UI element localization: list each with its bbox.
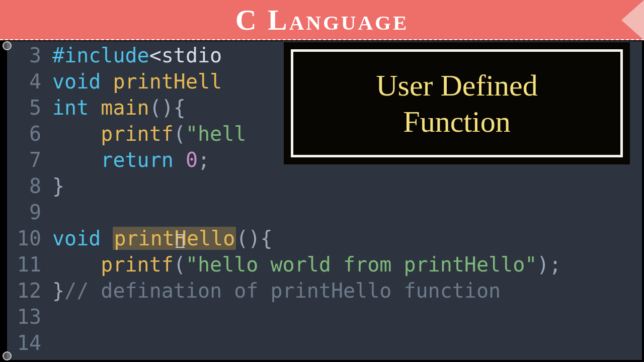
code-token: ; — [198, 148, 210, 171]
line-number: 12 — [7, 278, 52, 304]
code-content[interactable] — [52, 330, 642, 356]
code-token: printf — [101, 253, 174, 276]
line-number: 4 — [7, 68, 52, 95]
code-line[interactable]: 11 printf("hello world from printHello")… — [7, 251, 642, 278]
caption-line-1: User Defined — [376, 69, 538, 102]
caption-overlay: User Defined Function — [291, 49, 623, 157]
code-line[interactable]: 8} — [7, 173, 642, 199]
code-token: return — [101, 148, 174, 171]
code-token — [52, 122, 101, 145]
code-content[interactable]: }// defination of printHello function — [52, 278, 642, 304]
title-banner: C Language — [0, 0, 644, 40]
code-line[interactable]: 12}// defination of printHello function — [7, 278, 642, 304]
code-token: ( — [174, 253, 186, 276]
code-content[interactable]: } — [52, 173, 642, 199]
code-content[interactable] — [52, 304, 642, 330]
code-line[interactable]: 9 — [7, 199, 642, 225]
banner-title: C Language — [235, 3, 409, 37]
code-token: } — [52, 174, 64, 198]
code-token — [52, 148, 101, 171]
line-number: 13 — [7, 304, 52, 330]
svg-marker-0 — [621, 0, 644, 40]
resize-handle-top-left[interactable] — [3, 41, 12, 50]
code-line[interactable]: 14 — [7, 330, 642, 356]
code-token: "hello world from printHello" — [186, 253, 537, 276]
line-number: 7 — [7, 147, 52, 173]
line-number: 6 — [7, 121, 52, 147]
code-token: printf — [101, 122, 174, 145]
code-line[interactable]: 13 — [7, 304, 642, 330]
code-content[interactable] — [52, 199, 642, 225]
code-line[interactable]: 10void printHello(){ — [7, 225, 642, 251]
code-token: printHell — [113, 70, 222, 93]
line-number: 9 — [7, 199, 52, 225]
code-token: // defination of printHello function — [64, 279, 501, 302]
code-token: ); — [537, 253, 561, 276]
resize-handle-bottom-left[interactable] — [3, 351, 12, 360]
code-token: 0 — [186, 148, 198, 171]
code-token: } — [52, 279, 64, 302]
code-token — [52, 253, 101, 276]
line-number: 5 — [7, 95, 52, 121]
code-content[interactable]: printf("hello world from printHello"); — [52, 251, 642, 278]
code-token — [101, 227, 113, 250]
line-number: 8 — [7, 173, 52, 199]
line-number: 14 — [7, 330, 52, 356]
code-token — [101, 70, 113, 93]
code-token: <stdio — [149, 44, 222, 67]
code-token: main — [101, 96, 149, 119]
code-token: void — [52, 70, 101, 93]
code-token: int — [52, 96, 89, 119]
caption-line-2: Function — [403, 105, 510, 138]
code-token: printHello — [113, 227, 236, 250]
line-number: 11 — [7, 251, 52, 278]
line-number: 3 — [7, 42, 52, 68]
code-token: (){ — [236, 227, 272, 250]
code-token: #include — [52, 44, 149, 67]
banner-arrow-icon — [616, 0, 644, 40]
code-token: void — [52, 227, 101, 250]
code-token — [174, 148, 186, 171]
code-content[interactable]: void printHello(){ — [52, 225, 642, 251]
code-token — [89, 96, 101, 119]
code-token: ( — [174, 122, 186, 145]
line-number: 10 — [7, 225, 52, 251]
code-token: (){ — [149, 96, 186, 119]
code-token: "hell — [186, 122, 246, 145]
